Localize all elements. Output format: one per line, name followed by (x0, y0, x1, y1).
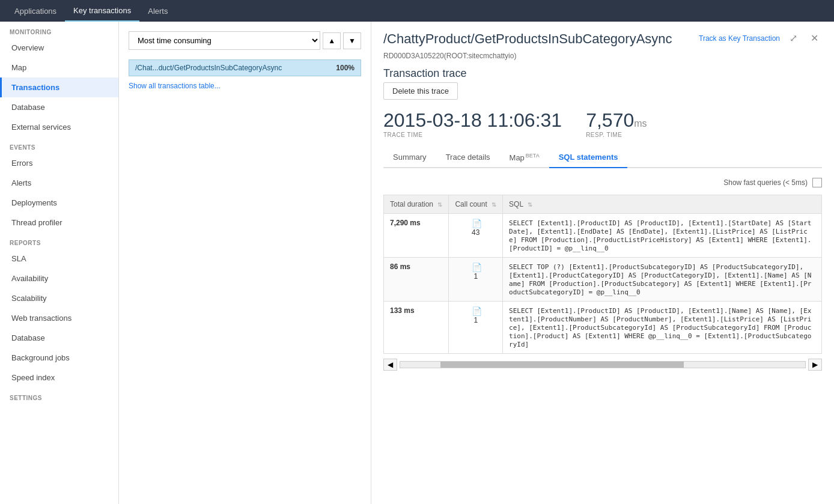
sidebar-item-map[interactable]: Map (0, 58, 118, 77)
sidebar-item-transactions[interactable]: Transactions (0, 77, 118, 97)
col-header-total-duration-label: Total duration (390, 200, 433, 208)
trace-section-title: Transaction trace (383, 67, 822, 80)
cell-sql: SELECT [Extent1].[ProductID] AS [Product… (503, 214, 822, 258)
cell-duration: 7,290 ms (384, 214, 449, 258)
resp-time-value: 7,570ms (586, 109, 647, 132)
sidebar: MONITORING Overview Map Transactions Dat… (0, 22, 119, 504)
sidebar-item-database[interactable]: Database (0, 97, 118, 117)
sql-code: SELECT [Extent1].[ProductID] AS [Product… (509, 307, 811, 348)
sql-code: SELECT [Extent1].[ProductID] AS [Product… (509, 219, 811, 252)
sidebar-item-errors[interactable]: Errors (0, 153, 118, 173)
col-header-sql[interactable]: SQL ⇅ (503, 195, 822, 214)
sidebar-item-web-transactions[interactable]: Web transactions (0, 308, 118, 328)
transaction-bar-row[interactable]: /Chat...duct/GetProductsInSubCategoryAsy… (129, 59, 361, 76)
table-row: 86 ms📄1SELECT TOP (?) [Extent1].[Product… (384, 258, 822, 302)
panel-header: /ChattyProduct/GetProductsInSubCategoryA… (383, 31, 822, 47)
sidebar-item-thread-profiler[interactable]: Thread profiler (0, 213, 118, 232)
sql-code: SELECT TOP (?) [Extent1].[ProductSubcate… (509, 263, 811, 296)
panel-header-actions: Track as Key Transaction ⤢ ✕ (699, 31, 822, 45)
close-right-panel-btn[interactable]: ✕ (807, 31, 822, 45)
panel-title: /ChattyProduct/GetProductsInSubCategoryA… (383, 31, 672, 47)
col-header-call-count[interactable]: Call count ⇅ (449, 195, 503, 214)
col-sort-call-count: ⇅ (492, 201, 496, 208)
nav-key-transactions[interactable]: Key transactions (65, 0, 139, 22)
monitoring-section-label: MONITORING (0, 22, 118, 38)
tab-map-beta: BETA (526, 153, 540, 159)
fast-queries-checkbox[interactable] (812, 178, 822, 187)
filter-down-btn[interactable]: ▼ (343, 32, 361, 49)
sidebar-item-sla[interactable]: SLA (0, 249, 118, 269)
sidebar-item-overview[interactable]: Overview (0, 38, 118, 58)
content-area: Most time consuming ▲ ▼ /Chat...duct/Get… (119, 22, 834, 504)
trace-time-value: 2015-03-18 11:06:31 (383, 109, 562, 132)
doc-icon: 📄 (472, 263, 482, 272)
metrics-row: 2015-03-18 11:06:31 TRACE TIME 7,570ms R… (383, 109, 822, 138)
col-header-total-duration[interactable]: Total duration ⇅ (384, 195, 449, 214)
table-row: 133 ms📄1SELECT [Extent1].[ProductID] AS … (384, 302, 822, 354)
tab-map[interactable]: MapBETA (500, 148, 549, 168)
show-all-transactions-link[interactable]: Show all transactions table... (129, 82, 221, 90)
expand-btn[interactable]: ⤢ (786, 31, 801, 45)
sidebar-item-scalability[interactable]: Scalability (0, 288, 118, 308)
scroll-bar-row: ◀ ▶ (383, 359, 822, 371)
left-panel: Most time consuming ▲ ▼ /Chat...duct/Get… (119, 22, 371, 504)
settings-section-label: SETTINGS (0, 387, 118, 404)
delete-trace-button[interactable]: Delete this trace (383, 82, 458, 100)
cell-call-count: 📄1 (449, 258, 503, 302)
sidebar-item-availability[interactable]: Availability (0, 269, 118, 288)
sidebar-item-external-services[interactable]: External services (0, 117, 118, 137)
fast-queries-row: Show fast queries (< 5ms) (383, 178, 822, 187)
scroll-right-btn[interactable]: ▶ (808, 359, 822, 371)
nav-applications[interactable]: Applications (6, 0, 65, 22)
scroll-track[interactable] (400, 361, 806, 368)
doc-icon: 📄 (472, 306, 482, 316)
filter-row: Most time consuming ▲ ▼ (129, 31, 361, 50)
col-sort-duration: ⇅ (437, 201, 442, 208)
filter-up-btn[interactable]: ▲ (323, 32, 341, 49)
track-key-transaction-link[interactable]: Track as Key Transaction (699, 34, 780, 43)
sidebar-item-background-jobs[interactable]: Background jobs (0, 348, 118, 368)
resp-time-block: 7,570ms RESP. TIME (586, 109, 647, 138)
tab-summary[interactable]: Summary (383, 148, 436, 168)
sidebar-item-db[interactable]: Database (0, 328, 118, 348)
cell-sql: SELECT TOP (?) [Extent1].[ProductSubcate… (503, 258, 822, 302)
fast-queries-label: Show fast queries (< 5ms) (723, 178, 808, 187)
sidebar-item-speed-index[interactable]: Speed index (0, 368, 118, 387)
events-section-label: EVENTS (0, 137, 118, 153)
cell-duration: 133 ms (384, 302, 449, 354)
cell-call-count: 📄43 (449, 214, 503, 258)
tab-trace-details[interactable]: Trace details (436, 148, 500, 168)
scroll-thumb (440, 362, 683, 368)
nav-alerts[interactable]: Alerts (139, 0, 176, 22)
transaction-bar-label: /Chat...duct/GetProductsInSubCategoryAsy… (135, 64, 336, 72)
transaction-bar-pct: 100% (336, 64, 355, 72)
reports-section-label: REPORTS (0, 232, 118, 249)
trace-time-label: TRACE TIME (383, 132, 562, 138)
col-header-sql-label: SQL (509, 200, 523, 208)
right-panel: /ChattyProduct/GetProductsInSubCategoryA… (371, 22, 834, 504)
tabs-row: Summary Trace details MapBETA SQL statem… (383, 148, 822, 168)
cell-duration: 86 ms (384, 258, 449, 302)
col-header-call-count-label: Call count (455, 200, 487, 208)
doc-icon: 📄 (472, 219, 482, 228)
resp-time-unit: ms (634, 118, 647, 129)
sidebar-item-deployments[interactable]: Deployments (0, 193, 118, 213)
table-row: 7,290 ms📄43SELECT [Extent1].[ProductID] … (384, 214, 822, 258)
trace-time-block: 2015-03-18 11:06:31 TRACE TIME (383, 109, 562, 138)
cell-call-count: 📄1 (449, 302, 503, 354)
trace-subtitle: RD000D3A105220(ROOT:sitecmchattyio) (383, 52, 822, 60)
cell-sql: SELECT [Extent1].[ProductID] AS [Product… (503, 302, 822, 354)
resp-time-label: RESP. TIME (586, 132, 647, 138)
top-navigation: Applications Key transactions Alerts (0, 0, 834, 22)
main-layout: MONITORING Overview Map Transactions Dat… (0, 22, 834, 504)
tab-map-label: Map (510, 153, 525, 162)
sql-table: Total duration ⇅ Call count ⇅ SQL ⇅ (383, 195, 822, 354)
sidebar-item-alerts[interactable]: Alerts (0, 173, 118, 193)
tab-sql-statements[interactable]: SQL statements (549, 148, 628, 168)
filter-select[interactable]: Most time consuming (129, 31, 320, 50)
scroll-left-btn[interactable]: ◀ (383, 359, 397, 371)
col-sort-sql: ⇅ (528, 201, 532, 208)
resp-time-number: 7,570 (586, 109, 634, 131)
